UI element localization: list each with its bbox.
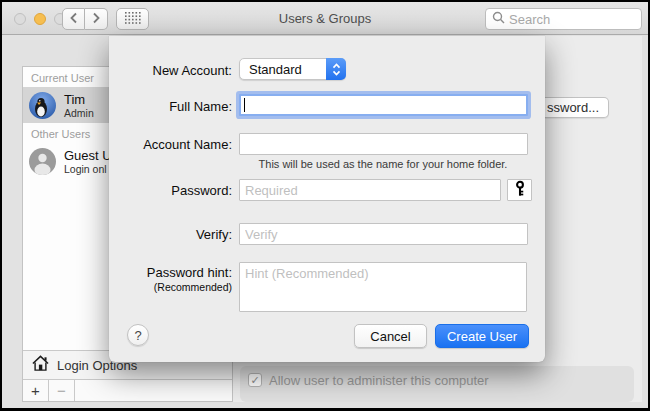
password-assistant-button[interactable] <box>507 179 532 201</box>
toolbar: Users & Groups <box>2 2 648 35</box>
change-password-label: ssword... <box>547 100 599 115</box>
home-icon <box>31 354 50 376</box>
cancel-button[interactable]: Cancel <box>354 324 427 348</box>
person-silhouette-icon <box>29 148 56 175</box>
change-password-button[interactable]: ssword... <box>545 97 609 118</box>
create-user-button[interactable]: Create User <box>435 324 529 348</box>
allow-administer-checkbox[interactable]: ✓ <box>248 373 262 387</box>
search-field[interactable] <box>485 8 642 30</box>
add-user-button[interactable]: + <box>23 380 49 401</box>
account-name-input[interactable] <box>239 133 528 155</box>
users-groups-window: Users & Groups ssword... ✓ Allow user to… <box>0 0 650 411</box>
account-name-label: Account Name: <box>109 137 232 152</box>
guest-avatar <box>29 148 56 175</box>
password-input[interactable] <box>239 179 501 201</box>
verify-label: Verify: <box>109 227 232 242</box>
guest-user-role: Login onl <box>64 163 112 175</box>
popup-chevrons-icon <box>326 58 346 80</box>
verify-input[interactable] <box>239 223 528 245</box>
password-label: Password: <box>109 183 232 198</box>
penguin-avatar-image <box>29 92 56 119</box>
full-name-label: Full Name: <box>109 99 232 114</box>
search-input[interactable] <box>509 12 635 27</box>
guest-user-name: Guest U <box>64 148 112 163</box>
allow-administer-label: Allow user to administer this computer <box>269 373 489 388</box>
account-name-help-text: This will be used as the name for your h… <box>239 158 527 170</box>
new-account-sheet: New Account: Standard Full Name: Account… <box>109 36 545 362</box>
password-hint-sublabel: (Recommended) <box>109 281 232 293</box>
current-user-role: Admin <box>64 107 94 119</box>
new-account-popup-value: Standard <box>240 62 326 77</box>
password-hint-input[interactable] <box>239 262 527 312</box>
user-avatar <box>29 92 56 119</box>
current-user-name: Tim <box>64 92 94 107</box>
new-account-label: New Account: <box>109 63 232 78</box>
pm-bar-filler <box>75 380 232 401</box>
admin-options-panel: ✓ Allow user to administer this computer <box>240 366 634 402</box>
add-remove-bar: + − <box>23 379 232 401</box>
search-icon <box>492 10 505 28</box>
full-name-input[interactable] <box>239 94 528 116</box>
key-icon <box>514 180 526 201</box>
remove-user-button[interactable]: − <box>49 380 75 401</box>
new-account-popup[interactable]: Standard <box>239 58 346 80</box>
help-button[interactable]: ? <box>127 324 149 346</box>
text-caret <box>244 98 245 112</box>
password-hint-label: Password hint: <box>109 265 232 280</box>
